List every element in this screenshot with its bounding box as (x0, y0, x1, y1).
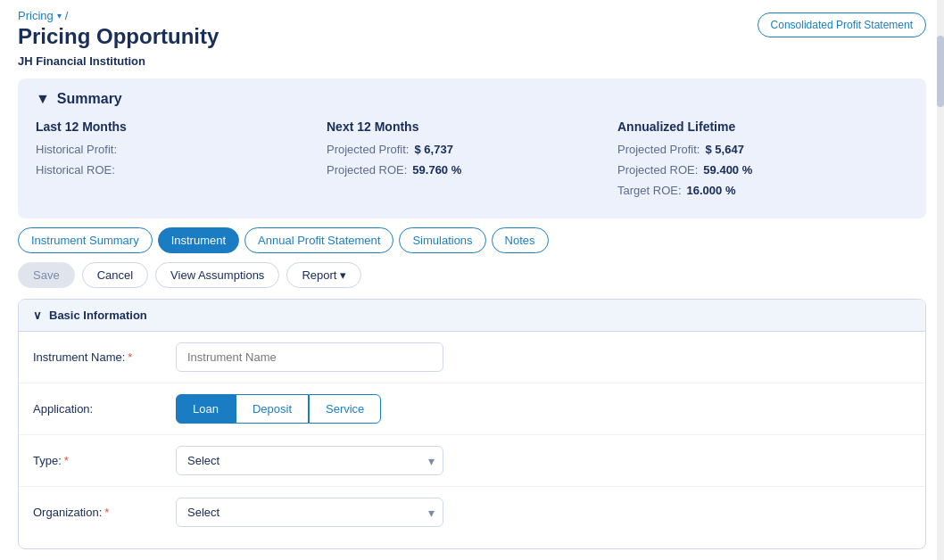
summary-grid: Last 12 Months Historical Profit: Histor… (36, 119, 908, 204)
tab-annual-profit-statement[interactable]: Annual Profit Statement (244, 227, 393, 253)
view-assumptions-button[interactable]: View Assumptions (155, 262, 279, 288)
report-label: Report (302, 268, 336, 282)
proj-roe-ann-label: Projected ROE: (617, 163, 698, 177)
top-left: Pricing ▾ / Pricing Opportunity (18, 9, 219, 49)
tab-simulations[interactable]: Simulations (399, 227, 485, 253)
application-row: Application: Loan Deposit Service (19, 383, 925, 435)
page-container: Pricing ▾ / Pricing Opportunity Consolid… (0, 0, 944, 560)
summary-row-proj-profit-ann: Projected Profit: $ 5,647 (617, 143, 908, 156)
summary-header: ▼ Summary (36, 91, 908, 107)
form-section-collapse-icon[interactable]: ∨ (33, 309, 42, 322)
app-btn-deposit[interactable]: Deposit (236, 394, 309, 424)
form-section-title: Basic Information (49, 309, 147, 322)
proj-profit-next-value: $ 6,737 (415, 143, 453, 156)
organization-select-wrapper: Select ▾ (176, 498, 443, 527)
type-select-wrapper: Select ▾ (176, 446, 443, 475)
target-roe-label: Target ROE: (617, 184, 682, 197)
tabs-bar: Instrument Summary Instrument Annual Pro… (0, 227, 944, 253)
proj-roe-next-value: 59.760 % (412, 163, 461, 177)
report-dropdown-icon: ▾ (340, 268, 346, 282)
summary-row-target-roe: Target ROE: 16.000 % (617, 184, 908, 197)
summary-row-hist-profit: Historical Profit: (36, 143, 327, 156)
summary-row-hist-roe: Historical ROE: (36, 163, 327, 177)
summary-section: ▼ Summary Last 12 Months Historical Prof… (18, 78, 926, 218)
page-title: Pricing Opportunity (18, 24, 219, 49)
breadcrumb-separator: / (65, 9, 69, 22)
proj-profit-ann-label: Projected Profit: (617, 143, 700, 156)
app-btn-loan[interactable]: Loan (176, 394, 236, 424)
scrollbar-thumb[interactable] (937, 36, 944, 107)
summary-col-next12: Next 12 Months Projected Profit: $ 6,737… (327, 119, 617, 204)
instrument-name-input[interactable] (176, 342, 443, 372)
instrument-name-required: * (128, 350, 132, 364)
hist-roe-label: Historical ROE: (36, 163, 115, 177)
summary-col-annualized-title: Annualized Lifetime (617, 119, 908, 134)
summary-row-proj-roe-ann: Projected ROE: 59.400 % (617, 163, 908, 177)
breadcrumb-link[interactable]: Pricing (18, 9, 54, 22)
consolidated-profit-statement-button[interactable]: Consolidated Profit Statement (758, 12, 926, 37)
summary-col-last12: Last 12 Months Historical Profit: Histor… (36, 119, 327, 204)
summary-title: Summary (57, 91, 122, 107)
application-label: Application: (33, 402, 176, 416)
summary-collapse-icon[interactable]: ▼ (36, 91, 50, 107)
form-card: ∨ Basic Information Instrument Name: * A… (18, 299, 926, 549)
proj-roe-next-label: Projected ROE: (327, 163, 407, 177)
proj-roe-ann-value: 59.400 % (703, 163, 752, 177)
summary-col-next12-title: Next 12 Months (327, 119, 617, 134)
instrument-name-label: Instrument Name: * (33, 350, 176, 364)
breadcrumb: Pricing ▾ / (18, 9, 219, 22)
proj-profit-ann-value: $ 5,647 (706, 143, 744, 156)
target-roe-value: 16.000 % (687, 184, 736, 197)
organization-label: Organization: * (33, 506, 176, 519)
tab-instrument-summary[interactable]: Instrument Summary (18, 227, 153, 253)
breadcrumb-dropdown-icon[interactable]: ▾ (57, 11, 62, 21)
summary-row-proj-profit-next: Projected Profit: $ 6,737 (327, 143, 617, 156)
scrollbar[interactable] (937, 0, 944, 560)
type-required: * (64, 454, 69, 467)
organization-required: * (104, 506, 109, 519)
summary-col-last12-title: Last 12 Months (36, 119, 327, 134)
organization-select[interactable]: Select (176, 498, 443, 527)
application-buttons: Loan Deposit Service (176, 394, 381, 424)
organization-row: Organization: * Select ▾ (19, 487, 925, 538)
summary-col-annualized: Annualized Lifetime Projected Profit: $ … (617, 119, 908, 204)
form-section-header: ∨ Basic Information (19, 300, 925, 332)
type-select[interactable]: Select (176, 446, 443, 475)
type-label: Type: * (33, 454, 176, 467)
proj-profit-next-label: Projected Profit: (327, 143, 410, 156)
tab-instrument[interactable]: Instrument (158, 227, 239, 253)
instrument-name-row: Instrument Name: * (19, 332, 925, 383)
cancel-button[interactable]: Cancel (82, 262, 148, 288)
type-row: Type: * Select ▾ (19, 435, 925, 487)
top-bar: Pricing ▾ / Pricing Opportunity Consolid… (0, 0, 944, 49)
actions-bar: Save Cancel View Assumptions Report ▾ (0, 262, 944, 288)
save-button[interactable]: Save (18, 262, 75, 288)
hist-profit-label: Historical Profit: (36, 143, 117, 156)
institution-name: JH Financial Institution (0, 49, 944, 73)
report-button[interactable]: Report ▾ (286, 262, 361, 288)
tab-notes[interactable]: Notes (492, 227, 549, 253)
summary-row-proj-roe-next: Projected ROE: 59.760 % (327, 163, 617, 177)
app-btn-service[interactable]: Service (309, 394, 381, 424)
